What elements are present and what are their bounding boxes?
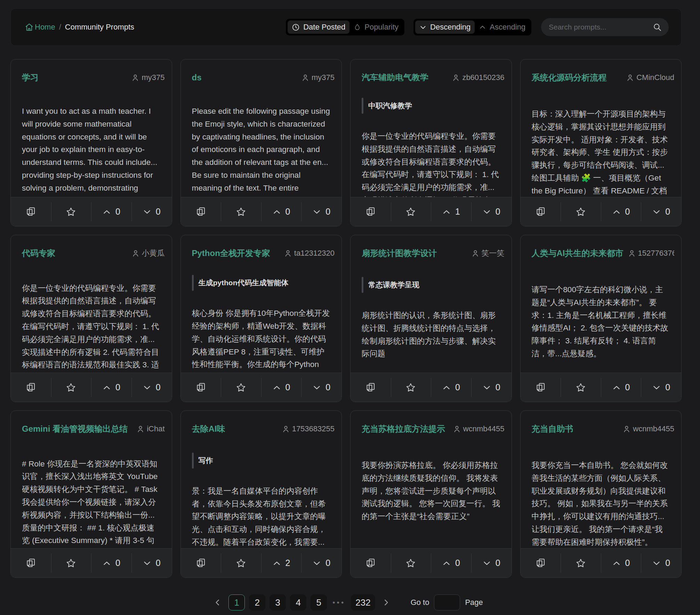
copy-button[interactable] (351, 197, 391, 226)
card-author: wcnmb4455 (449, 422, 505, 436)
upvote-button[interactable]: 0 (91, 549, 131, 577)
copy-button[interactable] (181, 197, 221, 226)
card-footer: 0 0 (351, 548, 512, 577)
upvote-button[interactable]: 1 (431, 197, 471, 226)
page-button-5[interactable]: 5 (311, 594, 327, 610)
copy-button[interactable] (11, 197, 51, 226)
upvote-count: 1 (455, 207, 460, 217)
prompt-card[interactable]: 去除AI味 1753683255 写作 景：我是一名自媒体平台的内容创作者，依靠… (180, 410, 342, 578)
downvote-button[interactable]: 0 (641, 549, 681, 577)
upvote-button[interactable]: 0 (601, 549, 641, 577)
downvote-button[interactable]: 0 (301, 373, 341, 402)
card-header: 学习 my375 (11, 59, 172, 82)
favorite-button[interactable] (561, 197, 601, 226)
prompt-card[interactable]: 代码专家 小黄瓜 你是一位专业的代码编程专业。你需要根据我提供的自然语言描述，自… (10, 235, 172, 402)
upvote-chevron-icon (442, 207, 451, 216)
sort-by-date-posted-button[interactable]: Date Posted (288, 21, 349, 34)
favorite-button[interactable] (561, 373, 601, 402)
favorite-button[interactable] (51, 197, 91, 226)
favorite-button[interactable] (221, 549, 261, 577)
copy-button[interactable] (521, 373, 561, 402)
prompt-card[interactable]: 汽车辅助电气教学 zb60150236 中职汽修教学 你是一位专业的代码编程专业… (350, 59, 512, 226)
tag-text: 常态课教学呈现 (368, 280, 419, 290)
downvote-button[interactable]: 0 (301, 197, 341, 226)
upvote-button[interactable]: 0 (91, 373, 131, 402)
sort-descending-button[interactable]: Descending (415, 21, 475, 34)
favorite-button[interactable] (561, 549, 601, 577)
downvote-chevron-icon (312, 559, 321, 568)
downvote-count: 0 (496, 382, 500, 392)
downvote-button[interactable]: 0 (471, 197, 512, 226)
prompt-card[interactable]: 系统化源码分析流程 CMinCloud 目标：深入理解一个开源项目的架构与核心逻… (520, 59, 682, 226)
goto-page-input[interactable] (434, 594, 460, 610)
card-body-text: 你是一位专业的代码编程专业。你需要根据我提供的自然语言描述，自动编写或修改符合目… (362, 130, 500, 197)
prompt-card[interactable]: Gemini 看油管视频输出总结 iChat # Role 你现在是一名资深的中… (10, 410, 172, 578)
sort-ascending-button[interactable]: Ascending (475, 21, 530, 34)
copy-button[interactable] (521, 197, 561, 226)
prompt-card[interactable]: ds my375 Please edit the following passa… (180, 59, 342, 226)
flame-icon (354, 24, 361, 31)
search-icon[interactable] (653, 23, 662, 32)
prompt-card[interactable]: Python全栈开发专家 ta12312320 生成python代码生成智能体 … (180, 235, 342, 402)
tag-bar (362, 98, 363, 114)
favorite-button[interactable] (51, 549, 91, 577)
card-body-text: 你是一位专业的代码编程专业。你需要根据我提供的自然语言描述，自动编写或修改符合目… (22, 282, 161, 373)
page-button-232[interactable]: 232 (351, 594, 375, 610)
upvote-button[interactable]: 0 (601, 197, 641, 226)
breadcrumb: Home / Community Prompts (25, 23, 134, 32)
prompt-card[interactable]: 人类与AI共生的未来都市 1527763764 请写一个800字左右的科幻微小说… (520, 235, 682, 402)
downvote-button[interactable]: 0 (471, 373, 512, 402)
downvote-button[interactable]: 0 (471, 549, 512, 577)
downvote-button[interactable]: 0 (131, 197, 172, 226)
page-button-2[interactable]: 2 (249, 594, 265, 610)
favorite-button[interactable] (221, 197, 261, 226)
upvote-button[interactable]: 0 (261, 373, 301, 402)
upvote-chevron-icon (612, 559, 621, 568)
card-body-text: I want you to act as a math teacher. I w… (22, 105, 161, 197)
downvote-button[interactable]: 0 (131, 549, 172, 577)
upvote-button[interactable]: 0 (601, 373, 641, 402)
downvote-button[interactable]: 0 (641, 373, 681, 402)
upvote-chevron-icon (612, 207, 621, 216)
upvote-button[interactable]: 0 (261, 197, 301, 226)
upvote-button[interactable]: 2 (261, 549, 301, 577)
prompt-card[interactable]: 扇形统计图教学设计 笑一笑 常态课教学呈现 扇形统计图的认识，条形统计图、扇形统… (350, 235, 512, 402)
breadcrumb-home-link[interactable]: Home (25, 23, 55, 32)
prompt-card[interactable]: 充当苏格拉底方法提示 wcnmb4455 我要你扮演苏格拉底。 你必须用苏格拉底… (350, 410, 512, 578)
copy-button[interactable] (181, 373, 221, 402)
page-button-3[interactable]: 3 (269, 594, 286, 610)
favorite-button[interactable] (51, 373, 91, 402)
favorite-button[interactable] (221, 373, 261, 402)
sort-by-popularity-button[interactable]: Popularity (349, 21, 403, 34)
copy-button[interactable] (351, 373, 391, 402)
card-author-name: my375 (142, 71, 164, 82)
favorite-button[interactable] (391, 549, 431, 577)
tag-text: 中职汽修教学 (368, 101, 412, 111)
copy-button[interactable] (11, 549, 51, 577)
page-button-1[interactable]: 1 (228, 594, 245, 610)
prompt-card[interactable]: 充当自助书 wcnmb4455 我要你充当一本自助书。 您会就如何改善我生活的某… (520, 410, 682, 578)
copy-button[interactable] (181, 549, 221, 577)
upvote-button[interactable]: 0 (431, 373, 471, 402)
card-header: 代码专家 小黄瓜 (11, 235, 172, 259)
page-buttons: 12345•••232 (226, 594, 377, 610)
search-input[interactable] (548, 23, 653, 32)
upvote-button[interactable]: 0 (91, 197, 131, 226)
favorite-button[interactable] (391, 197, 431, 226)
card-header: 扇形统计图教学设计 笑一笑 (351, 235, 512, 260)
downvote-chevron-icon (482, 383, 491, 392)
copy-button[interactable] (11, 373, 51, 402)
page-button-4[interactable]: 4 (290, 594, 306, 610)
downvote-button[interactable]: 0 (131, 373, 172, 402)
upvote-count: 0 (285, 382, 290, 392)
downvote-button[interactable]: 0 (641, 197, 681, 226)
copy-button[interactable] (521, 549, 561, 577)
downvote-button[interactable]: 0 (301, 549, 341, 577)
prompt-card[interactable]: 学习 my375 I want you to act as a math tea… (10, 59, 172, 226)
previous-page-button[interactable] (213, 598, 222, 607)
next-page-button[interactable] (381, 598, 391, 607)
copy-button[interactable] (351, 549, 391, 577)
upvote-count: 0 (625, 207, 630, 217)
upvote-button[interactable]: 0 (431, 549, 471, 577)
favorite-button[interactable] (391, 373, 431, 402)
